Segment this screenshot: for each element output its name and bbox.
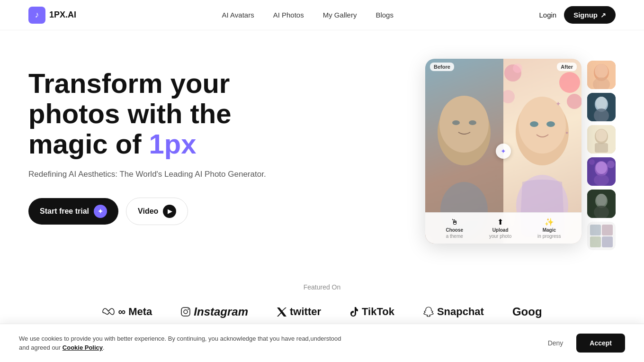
svg-point-6 xyxy=(559,72,580,93)
logo-text: 1PX.AI xyxy=(49,10,76,20)
svg-point-37 xyxy=(596,194,607,206)
logo[interactable]: ♪ 1PX.AI xyxy=(28,7,76,24)
nav-ai-photos[interactable]: AI Photos xyxy=(273,11,304,19)
preview-steps: 🖱 Choose a theme ⬆ Upload your photo ✨ M… xyxy=(425,212,581,244)
svg-point-7 xyxy=(503,90,515,103)
hero-title: Transform your photos with the magic of … xyxy=(28,68,266,159)
thumbnail-4[interactable] xyxy=(587,157,616,186)
brand-snapchat: Snapchat xyxy=(423,306,484,318)
hero-subtitle: Redefining AI Aesthetics: The World's Le… xyxy=(28,168,266,181)
svg-point-31 xyxy=(596,162,607,174)
brand-meta: ∞ Meta xyxy=(102,306,152,318)
brand-twitter: twitter xyxy=(277,306,321,318)
preview-card: ✦ ✦ Before After ✦ xyxy=(425,59,581,244)
svg-point-32 xyxy=(589,159,595,165)
play-icon: ▶ xyxy=(163,205,176,218)
svg-point-8 xyxy=(567,94,581,109)
hero-content: Transform your photos with the magic of … xyxy=(28,59,266,225)
navbar: ♪ 1PX.AI AI Avatars AI Photos My Gallery… xyxy=(0,0,644,30)
thumbnail-grid-button[interactable] xyxy=(587,222,616,250)
signup-button[interactable]: Signup ↗ xyxy=(564,6,616,24)
thumbnail-2[interactable] xyxy=(587,93,616,121)
svg-point-3 xyxy=(469,120,476,125)
thumbnail-strip xyxy=(587,59,616,250)
step-magic: ✨ Magic in progress xyxy=(537,217,561,239)
featured-label: Featured On xyxy=(28,283,616,291)
signup-arrow-icon: ↗ xyxy=(600,11,606,19)
hero-visual: ✦ ✦ Before After ✦ xyxy=(425,59,616,250)
svg-text:✦: ✦ xyxy=(565,130,569,136)
featured-section: Featured On ∞ Meta Instagram twitter xyxy=(0,269,644,328)
brand-tiktok: TikTok xyxy=(349,306,394,318)
svg-point-9 xyxy=(513,63,522,73)
svg-point-13 xyxy=(546,121,555,127)
thumbnail-3[interactable] xyxy=(587,125,616,154)
nav-blogs[interactable]: Blogs xyxy=(376,11,394,19)
svg-point-27 xyxy=(596,129,607,142)
svg-point-34 xyxy=(594,174,609,186)
nav-my-gallery[interactable]: My Gallery xyxy=(323,11,357,19)
trial-icon: ✦ xyxy=(94,205,107,218)
step-upload: ⬆ Upload your photo xyxy=(489,217,511,239)
step-choose: 🖱 Choose a theme xyxy=(446,218,463,239)
brand-instagram: Instagram xyxy=(180,305,248,318)
hero-section: Transform your photos with the magic of … xyxy=(0,30,644,269)
svg-point-12 xyxy=(530,121,538,127)
logo-icon: ♪ xyxy=(28,7,45,24)
brand-google: Goog xyxy=(512,305,542,318)
svg-point-40 xyxy=(184,310,188,314)
after-label: After xyxy=(557,63,577,71)
thumbnail-1[interactable] xyxy=(587,61,616,89)
deny-button[interactable]: Deny xyxy=(540,335,571,351)
cookie-buttons: Deny Accept xyxy=(540,334,625,353)
svg-point-23 xyxy=(596,97,607,110)
accept-button[interactable]: Accept xyxy=(576,334,625,353)
cookie-policy-link[interactable]: Cookie Policy xyxy=(63,344,103,351)
svg-point-41 xyxy=(188,308,189,309)
divider-icon: ✦ xyxy=(496,144,511,159)
nav-ai-avatars[interactable]: AI Avatars xyxy=(222,11,254,19)
svg-point-33 xyxy=(607,161,615,168)
svg-point-1 xyxy=(439,96,489,153)
nav-links: AI Avatars AI Photos My Gallery Blogs xyxy=(222,11,394,19)
login-button[interactable]: Login xyxy=(539,11,556,19)
start-trial-button[interactable]: Start free trial ✦ xyxy=(28,198,118,225)
thumbnail-5[interactable] xyxy=(587,190,616,218)
nav-actions: Login Signup ↗ xyxy=(539,6,616,24)
svg-point-19 xyxy=(595,64,608,78)
svg-rect-28 xyxy=(595,143,608,153)
brands-row: ∞ Meta Instagram twitter TikTok xyxy=(28,305,616,318)
cookie-text: We use cookies to provide you with bette… xyxy=(19,334,350,353)
svg-text:✦: ✦ xyxy=(555,100,561,108)
video-button[interactable]: Video ▶ xyxy=(126,198,188,225)
cookie-banner: We use cookies to provide you with bette… xyxy=(0,324,644,362)
hero-buttons: Start free trial ✦ Video ▶ xyxy=(28,198,266,225)
before-label: Before xyxy=(430,63,454,71)
svg-point-2 xyxy=(452,120,460,125)
